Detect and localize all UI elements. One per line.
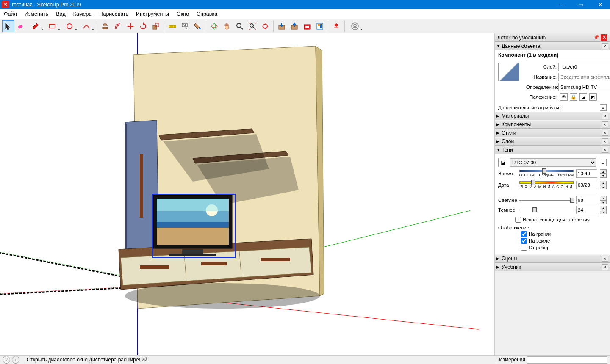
svg-rect-1 xyxy=(50,24,55,28)
toggle-hidden-icon[interactable]: 👁 xyxy=(560,93,568,101)
light-slider[interactable] xyxy=(519,197,574,204)
date-stepper[interactable]: ▲▼ xyxy=(600,181,607,189)
timezone-select[interactable]: UTC-07:00 xyxy=(510,158,596,167)
light-stepper[interactable]: ▲▼ xyxy=(600,196,607,204)
panel-close-icon[interactable]: × xyxy=(602,256,608,262)
layers-header[interactable]: ▶Слои× xyxy=(495,137,610,146)
svg-rect-3 xyxy=(153,25,157,29)
materials-header[interactable]: ▶Материалы× xyxy=(495,112,610,120)
maximize-button[interactable]: ▭ xyxy=(571,0,591,9)
panel-close-icon[interactable]: × xyxy=(602,130,608,136)
zoom-extents-tool[interactable] xyxy=(247,20,258,32)
shadows-toggle-icon[interactable]: ◪ xyxy=(498,158,507,167)
light-input[interactable] xyxy=(576,196,597,204)
move-tool[interactable] xyxy=(125,20,136,32)
date-slider[interactable]: Я Ф М А М И И А С О Н Д xyxy=(519,180,574,190)
on-ground-checkbox[interactable] xyxy=(521,238,527,244)
menu-file[interactable]: Файл xyxy=(0,9,21,19)
panel-close-icon[interactable]: × xyxy=(602,113,608,119)
viewport[interactable] xyxy=(0,33,495,355)
tray-title[interactable]: Лоток по умолчанию 📌 ✕ xyxy=(495,33,610,42)
tray-close-icon[interactable]: ✕ xyxy=(601,34,607,41)
pencil-tool[interactable]: ▼ xyxy=(28,20,44,32)
menu-draw[interactable]: Нарисовать xyxy=(95,9,132,19)
warehouse-share-button[interactable] xyxy=(288,20,300,32)
components-header[interactable]: ▶Компоненты× xyxy=(495,120,610,129)
pan-tool[interactable] xyxy=(221,20,233,32)
shadows-details-icon[interactable]: ≡ xyxy=(599,159,607,166)
layer-select[interactable]: Layer0 xyxy=(558,63,610,71)
tray-pin-icon[interactable]: 📌 xyxy=(593,34,600,41)
svg-rect-43 xyxy=(157,226,229,245)
date-input[interactable] xyxy=(576,181,597,189)
use-sun-checkbox[interactable] xyxy=(515,217,521,223)
rotate-tool[interactable] xyxy=(137,20,149,32)
zoom-window-tool[interactable] xyxy=(259,20,271,32)
menu-help[interactable]: Справка xyxy=(193,9,221,19)
selected-tv[interactable] xyxy=(152,194,235,258)
paint-tool[interactable] xyxy=(192,20,204,32)
ext-warehouse-button[interactable] xyxy=(301,20,313,32)
menu-view[interactable]: Вид xyxy=(52,9,69,19)
from-edges-checkbox[interactable] xyxy=(521,245,527,251)
panel-close-icon[interactable]: × xyxy=(602,138,608,144)
menu-camera[interactable]: Камера xyxy=(69,9,96,19)
dark-stepper[interactable]: ▲▼ xyxy=(600,206,607,214)
definition-input[interactable] xyxy=(558,83,610,91)
panel-close-icon[interactable]: × xyxy=(602,43,608,49)
toolbar-separator xyxy=(97,21,97,32)
scenes-header[interactable]: ▶Сцены× xyxy=(495,254,610,263)
tape-tool[interactable] xyxy=(166,20,178,32)
zoom-tool[interactable] xyxy=(234,20,246,32)
name-input[interactable] xyxy=(558,73,610,81)
help-icon[interactable]: ? xyxy=(3,356,10,364)
select-tool[interactable] xyxy=(2,20,14,32)
panel-close-icon[interactable]: × xyxy=(602,264,608,270)
eraser-tool[interactable] xyxy=(15,20,27,32)
menu-tools[interactable]: Инструменты xyxy=(132,9,173,19)
advanced-expand-icon[interactable]: ≡ xyxy=(600,104,607,111)
info-icon[interactable]: i xyxy=(12,356,19,364)
svg-text:A1: A1 xyxy=(183,24,186,26)
menu-edit[interactable]: Изменить xyxy=(21,9,52,19)
panel-close-icon[interactable]: × xyxy=(602,147,608,153)
measurements-input[interactable] xyxy=(527,356,607,364)
dark-input[interactable] xyxy=(576,206,597,214)
toolbar: ▼ ▼ ▼ ▼ A1 ▼ xyxy=(0,19,610,33)
close-button[interactable]: ✕ xyxy=(591,0,610,9)
svg-point-23 xyxy=(354,24,356,27)
layout-button[interactable] xyxy=(314,20,326,32)
warehouse-get-button[interactable] xyxy=(276,20,288,32)
dark-slider[interactable] xyxy=(519,207,574,213)
toolbar-separator xyxy=(206,21,206,32)
vcb-label: Измерения xyxy=(499,357,525,363)
on-faces-checkbox[interactable] xyxy=(521,231,527,237)
toggle-lock-icon[interactable]: 🔒 xyxy=(570,93,577,101)
text-tool[interactable]: A1 xyxy=(179,20,191,32)
toggle-shadows-icon[interactable]: ◪ xyxy=(580,93,587,101)
app-icon: S xyxy=(2,1,9,8)
orbit-tool[interactable] xyxy=(208,20,220,32)
time-slider[interactable]: 06:03 AMПолдень06:12 PM xyxy=(519,168,574,179)
extensions-button[interactable] xyxy=(330,20,342,32)
scale-tool[interactable] xyxy=(150,20,162,32)
arc-tool[interactable]: ▼ xyxy=(78,20,94,32)
entity-info-header[interactable]: ▼ Данные объекта × xyxy=(495,42,610,50)
circle-tool[interactable]: ▼ xyxy=(61,20,78,32)
pushpull-tool[interactable] xyxy=(99,20,111,32)
styles-header[interactable]: ▶Стили× xyxy=(495,129,610,137)
offset-tool[interactable] xyxy=(112,20,124,32)
menu-window[interactable]: Окно xyxy=(173,9,193,19)
instructor-header[interactable]: ▶Учебник× xyxy=(495,263,610,271)
toggle-cast-icon[interactable]: ◩ xyxy=(589,93,597,101)
time-stepper[interactable]: ▲▼ xyxy=(600,169,607,178)
rectangle-tool[interactable]: ▼ xyxy=(44,20,61,32)
svg-marker-31 xyxy=(125,122,127,262)
minimize-button[interactable]: ─ xyxy=(552,0,571,9)
shadows-body: ◪ UTC-07:00 ≡ Время 06:03 AMПолдень06:12… xyxy=(495,154,610,254)
shadows-header[interactable]: ▼Тени× xyxy=(495,146,610,154)
time-input[interactable] xyxy=(576,169,597,178)
entity-info-label: Данные объекта xyxy=(502,43,540,49)
panel-close-icon[interactable]: × xyxy=(602,121,608,127)
account-button[interactable]: ▼ xyxy=(347,20,363,32)
